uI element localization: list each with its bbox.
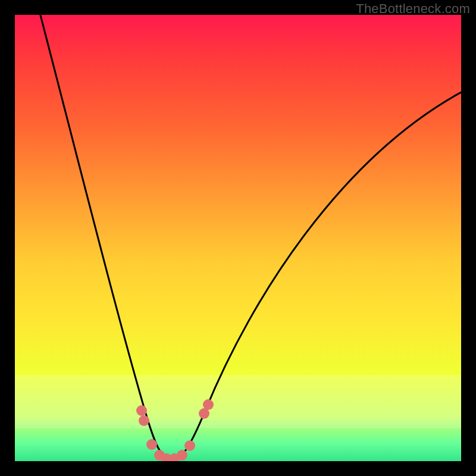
svg-point-1	[139, 415, 149, 426]
bottleneck-curve-svg	[15, 15, 461, 461]
curve-path	[36, 15, 461, 460]
svg-point-7	[184, 440, 195, 451]
svg-point-9	[203, 399, 214, 410]
svg-point-0	[136, 405, 147, 416]
watermark-text: TheBottleneck.com	[356, 1, 470, 17]
svg-point-6	[177, 450, 187, 461]
marker-group	[136, 399, 214, 461]
svg-point-2	[146, 439, 157, 450]
